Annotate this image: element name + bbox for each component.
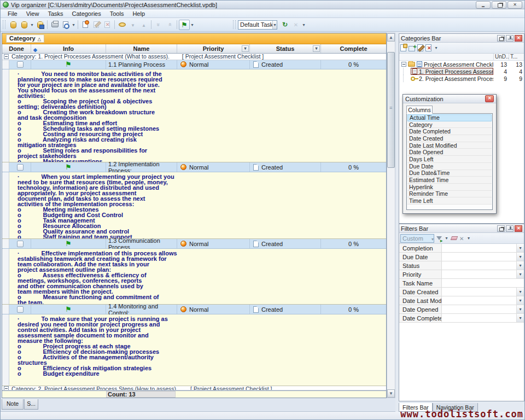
list-item[interactable]: Reminder Time: [407, 191, 492, 198]
filter-value-field[interactable]: [442, 261, 516, 270]
remove-filter-icon[interactable]: [459, 235, 464, 242]
scroll-down-button[interactable]: [387, 389, 395, 398]
highlight-button[interactable]: [116, 20, 127, 30]
list-item[interactable]: Category: [407, 121, 492, 129]
list-item[interactable]: Date Last Modified: [407, 142, 492, 149]
print-dropdown[interactable]: [71, 20, 76, 30]
tab-short[interactable]: S...: [24, 399, 38, 410]
filter-value-field[interactable]: [442, 314, 516, 322]
list-item[interactable]: Date Created: [407, 135, 492, 142]
column-header-status[interactable]: Status: [250, 44, 321, 53]
restore-button[interactable]: [492, 1, 506, 9]
filter-value-field[interactable]: [442, 305, 516, 313]
tree-item-category-2[interactable]: 2. Project Assessment Process Step: 9 9: [399, 75, 524, 82]
apply-view-button[interactable]: [279, 20, 290, 30]
print-button[interactable]: [49, 20, 60, 30]
task-done-checkbox[interactable]: [17, 241, 24, 247]
move-bottom-button[interactable]: [153, 20, 164, 30]
column-header-done[interactable]: Done: [2, 44, 31, 53]
group-by-chip[interactable]: Category: [6, 34, 44, 43]
list-item[interactable]: Due Date&Time: [407, 170, 492, 177]
filter-value-field[interactable]: [442, 244, 516, 252]
tab-note[interactable]: Note: [2, 399, 24, 410]
column-header-name[interactable]: Name: [106, 44, 177, 53]
filter-dropdown-button[interactable]: [516, 314, 524, 322]
group-row-2[interactable]: Category: 2. Project Assessment Process …: [2, 386, 386, 390]
list-item[interactable]: Time Left: [407, 197, 492, 205]
menu-help[interactable]: Help: [129, 10, 149, 18]
collapse-group-icon[interactable]: [4, 386, 9, 390]
filter-dropdown-button[interactable]: [516, 270, 524, 278]
minimize-button[interactable]: [476, 1, 491, 9]
open-database-dropdown[interactable]: [30, 20, 34, 30]
tree-item-category-1[interactable]: 1. Project Processes Assessment (W 4 4: [399, 68, 524, 75]
filter-dropdown-button[interactable]: [516, 305, 524, 313]
list-item[interactable]: Due Date: [407, 163, 492, 170]
table-row[interactable]: 1.2 Implementation Process: Normal Creat…: [2, 162, 386, 172]
toolbar-grip[interactable]: [3, 20, 5, 29]
panel-restore-button[interactable]: [497, 35, 505, 42]
menu-categories[interactable]: Categories: [68, 10, 105, 18]
clear-view-button[interactable]: [290, 20, 301, 30]
collapse-tree-icon[interactable]: [401, 62, 406, 67]
apply-filter-icon[interactable]: [436, 236, 442, 240]
menu-file[interactable]: File: [4, 10, 21, 18]
column-header-complete[interactable]: Complete: [321, 44, 386, 53]
list-item[interactable]: Hyperlink: [407, 184, 492, 191]
apply-filter-dropdown[interactable]: [444, 233, 449, 243]
filter-dropdown-button[interactable]: [516, 288, 524, 296]
scrollbar-track[interactable]: [387, 42, 395, 389]
open-database-button[interactable]: [19, 20, 30, 30]
table-row[interactable]: 1.3 Communication Process Normal Created…: [2, 239, 386, 249]
list-item[interactable]: Date Completed: [407, 128, 492, 135]
filter-value-field[interactable]: [442, 270, 516, 278]
panel-pin-button[interactable]: [506, 225, 514, 232]
dialog-title-bar[interactable]: Customization: [403, 95, 496, 103]
column-header-priority[interactable]: Priority: [177, 44, 250, 53]
filter-preset-combobox[interactable]: Custom: [400, 234, 434, 243]
filter-value-field[interactable]: [442, 296, 516, 305]
table-row[interactable]: 1.4 Monitoring and Control: Normal Creat…: [2, 305, 386, 314]
new-category-icon[interactable]: [409, 46, 415, 51]
delete-category-icon[interactable]: [425, 44, 431, 51]
panel-close-button[interactable]: [515, 225, 522, 232]
menu-view[interactable]: View: [22, 10, 43, 18]
scroll-up-button[interactable]: [387, 33, 395, 42]
filter-value-field[interactable]: [442, 279, 524, 287]
scrollbar-thumb[interactable]: [387, 52, 395, 168]
move-top-button[interactable]: [164, 20, 175, 30]
toolbar-grip[interactable]: [233, 20, 236, 29]
status-filter-button[interactable]: [313, 45, 320, 52]
move-down-button[interactable]: [127, 20, 138, 30]
group-row-1[interactable]: Category: 1. Project Processes Assessmen…: [2, 54, 386, 60]
filter-dropdown-button[interactable]: [516, 253, 524, 261]
delete-task-button[interactable]: [102, 20, 113, 30]
panel-pin-button[interactable]: [506, 35, 514, 42]
filter-preset-dropdown[interactable]: [431, 235, 434, 242]
filter-dropdown-button[interactable]: [516, 296, 524, 305]
task-view-combobox[interactable]: Default Task V: [238, 20, 277, 30]
categories-toolbar-dropdown[interactable]: [434, 43, 439, 53]
clear-filter-icon[interactable]: [451, 236, 458, 240]
filters-overflow-dropdown[interactable]: [466, 233, 471, 243]
task-done-checkbox[interactable]: [17, 164, 24, 171]
list-item[interactable]: Actual Time: [407, 114, 492, 121]
print-preview-button[interactable]: [60, 20, 71, 30]
tab-columns[interactable]: Columns: [406, 106, 433, 114]
list-item[interactable]: Estimated Time: [407, 177, 492, 184]
task-done-checkbox[interactable]: [17, 306, 24, 313]
column-header-info[interactable]: Info: [31, 44, 106, 53]
table-row[interactable]: 1.1 Planning Process Normal Created 0 %: [2, 60, 386, 70]
menu-tasks[interactable]: Tasks: [44, 10, 67, 18]
grid-vertical-scrollbar[interactable]: [387, 33, 395, 398]
close-button[interactable]: [508, 1, 522, 9]
column-undone[interactable]: UnD...: [493, 54, 509, 60]
new-list-icon[interactable]: [400, 44, 406, 51]
dialog-close-button[interactable]: [485, 95, 494, 102]
new-database-button[interactable]: [8, 20, 19, 30]
new-task-button[interactable]: [80, 20, 91, 30]
menu-tools[interactable]: Tools: [106, 10, 128, 18]
flag-button[interactable]: [179, 20, 190, 30]
edit-category-icon[interactable]: [417, 44, 423, 51]
filter-dropdown-button[interactable]: [516, 244, 524, 252]
